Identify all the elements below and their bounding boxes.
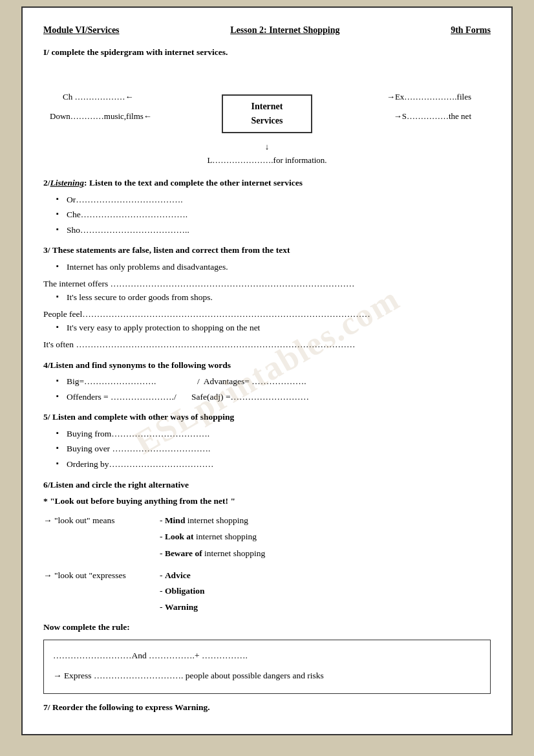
list-item: Buying from……………………………. xyxy=(56,427,491,441)
list-item: It's very easy to apply protection to sh… xyxy=(56,321,491,335)
section1-instruction: I/ complete the spidergram with internet… xyxy=(43,45,491,59)
list-item: Buying over ……………………………. xyxy=(56,442,491,456)
section2-title: 2/Listening: Listen to the text and comp… xyxy=(43,176,491,190)
rule-title: Now complete the rule: xyxy=(43,620,491,634)
lookout-choices: - Mind internet shopping - Look at inter… xyxy=(160,513,265,561)
choice-mind: - Mind internet shopping xyxy=(160,513,265,528)
arm-mid-right: →S……………the net xyxy=(394,110,471,124)
expresses-advice: - Advice xyxy=(160,568,204,583)
spider-center: Internet Services xyxy=(222,94,312,133)
correction2: People feel……………………………………………………………………………… xyxy=(43,307,491,321)
section2: 2/Listening: Listen to the text and comp… xyxy=(43,176,491,237)
list-item: Sho……………………………….. xyxy=(56,223,491,237)
rule-section: Now complete the rule: ………………………And …………… xyxy=(43,620,491,694)
spidergram: Ch ………………← →Ex……………….files Down…………music… xyxy=(43,66,491,169)
section3-list3: It's very easy to apply protection to sh… xyxy=(56,321,491,335)
list-item: It's less secure to order goods from sho… xyxy=(56,290,491,305)
lookout-means-label: → "look out" means xyxy=(43,513,160,528)
list-item: Offenders = …………………./ Safe(adj) =…………………… xyxy=(56,390,491,404)
arm-top-left: Ch ………………← xyxy=(63,91,133,104)
correction3: It's often ……………………………………………………………………………… xyxy=(43,338,491,352)
section4: 4/Listen and find synonyms to the follow… xyxy=(43,358,491,404)
section6: 6/Listen and circle the right alternativ… xyxy=(43,478,491,614)
correction1: The internet offers ……………………………………………………… xyxy=(43,277,491,291)
rule-box: ………………………And …………….+ ……………. → Express ……… xyxy=(43,640,491,694)
list-item: Ordering by……………………………… xyxy=(56,457,491,471)
section4-title: 4/Listen and find synonyms to the follow… xyxy=(43,358,491,373)
section3-title: 3/ These statements are false, listen an… xyxy=(43,243,491,257)
section4-list: Big=……………………. / Advantages= ………………. Offe… xyxy=(56,374,491,404)
header-form: 9th Forms xyxy=(451,23,491,38)
arm-bottom-text: L………………….for information. xyxy=(207,155,326,165)
choice-beware: - Beware of internet shopping xyxy=(160,546,265,561)
list-item: Che………………………………. xyxy=(56,208,491,222)
arm-mid-left: Down…………music,films← xyxy=(50,110,152,124)
choice-look: - Look at internet shopping xyxy=(160,530,265,544)
section5-title: 5/ Listen and complete with other ways o… xyxy=(43,410,491,424)
section3-list2: It's less secure to order goods from sho… xyxy=(56,290,491,305)
section6-title: 6/Listen and circle the right alternativ… xyxy=(43,478,491,492)
section1: I/ complete the spidergram with internet… xyxy=(43,45,491,169)
lookout-means-row: → "look out" means - Mind internet shopp… xyxy=(43,513,491,561)
page: ESLprintables.com Module VI/Services Les… xyxy=(21,6,513,735)
expresses-obligation: - Obligation xyxy=(160,584,204,598)
rule-line2: → Express …………………………. people about possi… xyxy=(53,667,481,684)
expresses-warning: - Warning xyxy=(160,600,204,614)
section5-list: Buying from……………………………. Buying over …………… xyxy=(56,427,491,471)
arm-bottom: ↓ L………………….for information. xyxy=(207,140,326,167)
section7-title: 7/ Reorder the following to express Warn… xyxy=(43,700,491,715)
header-lesson: Lesson 2: Internet Shopping xyxy=(230,23,339,38)
section6-quote: * "Look out before buying anything from … xyxy=(43,494,491,508)
expresses-choices: - Advice - Obligation - Warning xyxy=(160,568,204,614)
arm-top-right: →Ex……………….files xyxy=(387,91,471,104)
rule-line1: ………………………And …………….+ ……………. xyxy=(53,647,481,664)
lookout-expresses-label: → "look out "expresses xyxy=(43,568,160,583)
list-item: Internet has only problems and disadvant… xyxy=(56,260,491,274)
section3: 3/ These statements are false, listen an… xyxy=(43,243,491,351)
section5: 5/ Listen and complete with other ways o… xyxy=(43,410,491,471)
header-module: Module VI/Services xyxy=(43,23,120,38)
list-item: Big=……………………. / Advantages= ………………. xyxy=(56,374,491,389)
section2-list: Or………………………………. Che………………………………. Sho…………… xyxy=(56,193,491,237)
header: Module VI/Services Lesson 2: Internet Sh… xyxy=(43,23,491,38)
section7: 7/ Reorder the following to express Warn… xyxy=(43,700,491,715)
section3-list: Internet has only problems and disadvant… xyxy=(56,260,491,274)
list-item: Or………………………………. xyxy=(56,193,491,207)
lookout-expresses-row: → "look out "expresses - Advice - Obliga… xyxy=(43,568,491,614)
